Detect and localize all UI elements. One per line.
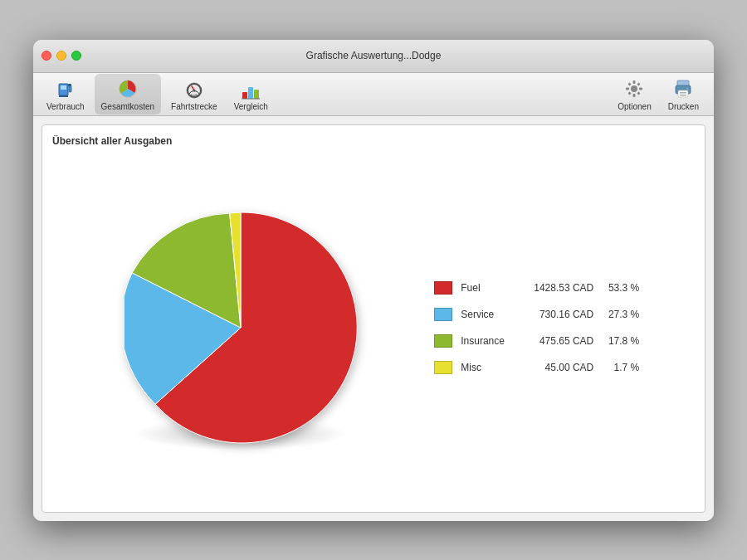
toolbar-left: Verbrauch Gesamtkosten [40, 74, 275, 114]
legend-pct-insurance: 17.8 % [602, 335, 639, 347]
legend-color-service [434, 308, 452, 321]
svg-rect-26 [678, 90, 688, 97]
svg-rect-11 [242, 92, 247, 99]
svg-rect-28 [680, 95, 686, 96]
svg-rect-23 [637, 91, 641, 95]
toolbar-vergleich[interactable]: Vergleich [227, 74, 275, 114]
legend-item-service: Service 730.16 CAD 27.3 % [434, 308, 639, 321]
pie-chart-container [124, 212, 357, 444]
svg-rect-3 [68, 84, 71, 86]
legend-value-fuel: 1428.53 CAD [527, 282, 593, 294]
pie-chart [124, 212, 357, 444]
chart-panel: Übersicht aller Ausgaben [42, 124, 706, 513]
legend-item-misc: Misc 45.00 CAD 1.7 % [434, 361, 639, 374]
speedometer-icon: km/h [183, 77, 206, 100]
svg-rect-1 [61, 85, 66, 90]
gesamtkosten-label: Gesamtkosten [101, 102, 154, 111]
svg-text:km/h: km/h [191, 93, 198, 97]
legend-item-fuel: Fuel 1428.53 CAD 53.3 % [434, 281, 639, 295]
optionen-label: Optionen [618, 102, 652, 111]
legend-label-service: Service [461, 309, 519, 320]
legend-pct-misc: 1.7 % [602, 362, 639, 373]
legend-value-insurance: 475.65 CAD [527, 335, 593, 347]
toolbar-optionen[interactable]: Optionen [611, 74, 658, 114]
gear-icon [622, 77, 646, 100]
chart-title: Übersicht aller Ausgaben [52, 135, 695, 147]
svg-rect-19 [639, 87, 642, 90]
close-button[interactable] [42, 51, 51, 61]
fuel-pump-icon [54, 77, 77, 100]
maximize-button[interactable] [71, 51, 81, 61]
toolbar-verbrauch[interactable]: Verbrauch [40, 74, 91, 114]
minimize-button[interactable] [56, 51, 66, 61]
svg-rect-18 [626, 87, 629, 90]
legend-color-misc [434, 361, 452, 374]
legend-label-misc: Misc [461, 362, 519, 373]
legend-color-insurance [434, 334, 452, 348]
svg-rect-12 [248, 87, 253, 99]
toolbar-right: Optionen Drucken [611, 74, 706, 114]
svg-rect-20 [628, 82, 632, 85]
window-title: Grafische Auswertung...Dodge [306, 50, 442, 61]
traffic-lights [42, 51, 81, 61]
chart-pie-icon [116, 77, 139, 100]
legend-color-fuel [434, 281, 452, 295]
legend: Fuel 1428.53 CAD 53.3 % Service 730.16 C… [434, 281, 639, 374]
drucken-label: Drucken [668, 102, 699, 111]
legend-label-fuel: Fuel [461, 282, 519, 294]
svg-rect-21 [637, 82, 641, 85]
svg-rect-2 [69, 85, 71, 92]
svg-rect-13 [254, 90, 259, 99]
toolbar-gesamtkosten[interactable]: Gesamtkosten [95, 74, 161, 114]
svg-rect-17 [633, 94, 636, 97]
legend-label-insurance: Insurance [461, 335, 519, 347]
print-icon [671, 77, 695, 100]
svg-point-9 [193, 89, 195, 91]
legend-pct-fuel: 53.3 % [602, 282, 639, 294]
svg-point-15 [631, 85, 637, 92]
toolbar: Verbrauch Gesamtkosten [33, 73, 714, 116]
vergleich-label: Vergleich [234, 102, 268, 111]
compare-icon [239, 77, 262, 100]
fahrtstrecke-label: Fahrtstrecke [171, 102, 217, 111]
toolbar-fahrtstrecke[interactable]: km/h Fahrtstrecke [164, 74, 224, 114]
chart-body: Fuel 1428.53 CAD 53.3 % Service 730.16 C… [52, 153, 695, 502]
main-window: Grafische Auswertung...Dodge Verbrauch [33, 40, 714, 521]
svg-point-29 [686, 88, 688, 90]
legend-value-misc: 45.00 CAD [527, 362, 593, 373]
legend-pct-service: 27.3 % [602, 309, 639, 320]
titlebar: Grafische Auswertung...Dodge [33, 40, 714, 73]
verbrauch-label: Verbrauch [46, 102, 85, 111]
toolbar-drucken[interactable]: Drucken [662, 74, 706, 114]
svg-rect-16 [633, 80, 636, 84]
svg-rect-27 [680, 92, 686, 94]
legend-item-insurance: Insurance 475.65 CAD 17.8 % [434, 334, 639, 348]
legend-value-service: 730.16 CAD [527, 309, 593, 320]
svg-rect-4 [59, 95, 68, 97]
svg-rect-22 [628, 91, 632, 95]
content-area: Übersicht aller Ausgaben [33, 116, 714, 521]
